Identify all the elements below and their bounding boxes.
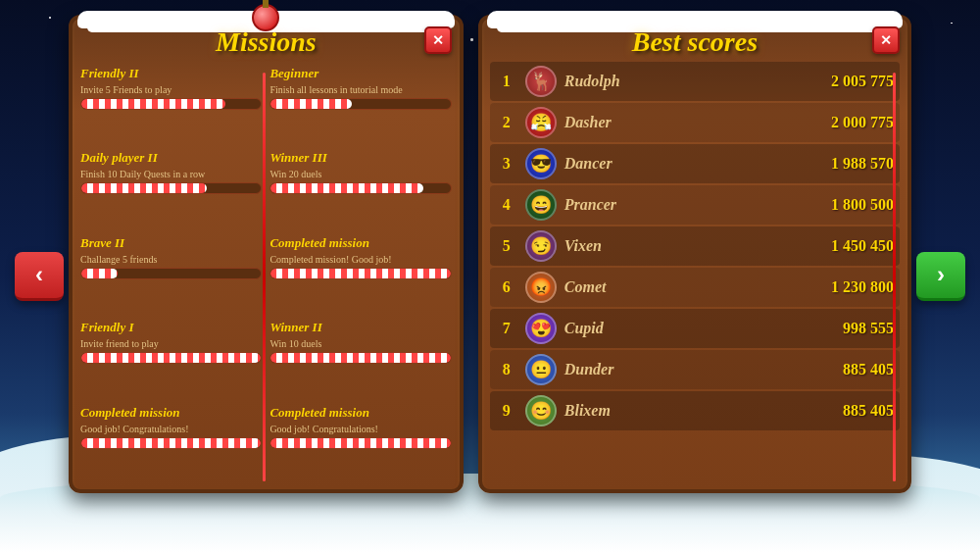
score-rank: 4 (496, 196, 517, 214)
scores-title: Best scores (632, 26, 758, 57)
score-name: Comet (564, 278, 831, 296)
missions-divider-line (263, 73, 266, 481)
score-avatar: 😏 (525, 230, 557, 262)
score-value: 885 405 (843, 361, 894, 378)
score-name: Blixem (564, 402, 843, 420)
missions-content: Friendly IIInvite 5 Friends to playBegin… (73, 62, 460, 489)
score-value: 1 450 450 (831, 237, 894, 255)
mission-item: Completed missionGood job! Congratulatio… (270, 405, 451, 481)
mission-description: Finish all lessons in tutorial mode (270, 83, 451, 96)
score-avatar: 🦌 (525, 66, 557, 97)
mission-title: Completed mission (80, 405, 262, 421)
score-name: Dunder (564, 361, 843, 378)
score-value: 998 555 (843, 320, 894, 337)
mission-item: Brave IIChallange 5 friends (80, 235, 262, 312)
score-list: 1🦌Rudolph2 005 7752😤Dasher2 000 7753😎Dan… (482, 62, 907, 489)
mission-progress-fill (270, 353, 450, 363)
mission-title: Friendly I (80, 320, 262, 335)
mission-description: Finish 10 Daily Quests in a row (80, 168, 262, 180)
mission-progress-fill (81, 353, 261, 363)
mission-description: Invite 5 Friends to play (80, 83, 262, 96)
star (951, 23, 953, 25)
score-rank: 7 (496, 320, 517, 337)
mission-progress-fill (270, 99, 352, 109)
score-row: 6😡Comet1 230 800 (490, 268, 900, 307)
missions-grid: Friendly IIInvite 5 Friends to playBegin… (80, 66, 452, 481)
mission-item: BeginnerFinish all lessons in tutorial m… (270, 66, 451, 142)
score-value: 1 988 570 (831, 155, 894, 173)
score-row: 8😐Dunder885 405 (490, 350, 900, 389)
scores-divider-line (893, 73, 896, 481)
mission-item: Winner IIIWin 20 duels (270, 150, 451, 226)
score-rank: 6 (496, 278, 517, 296)
score-avatar: 😊 (525, 395, 557, 427)
mission-progress-fill (81, 183, 207, 193)
mission-title: Beginner (270, 66, 451, 81)
mission-item: Friendly IInvite friend to play (80, 320, 262, 396)
mission-title: Friendly II (80, 66, 262, 81)
missions-close-button[interactable]: ✕ (424, 26, 452, 54)
mission-title: Completed mission (270, 235, 451, 251)
scores-title-area: Best scores (482, 19, 907, 62)
score-name: Rudolph (564, 73, 831, 90)
mission-progress-bar (80, 352, 262, 364)
score-avatar: 😤 (525, 107, 557, 138)
mission-description: Completed mission! Good job! (270, 253, 451, 266)
close-icon: ✕ (880, 32, 892, 48)
score-name: Dancer (564, 155, 831, 173)
mission-title: Completed mission (270, 405, 451, 421)
chevron-right-icon: › (937, 261, 945, 288)
star (49, 17, 51, 19)
mission-description: Challange 5 friends (80, 253, 262, 266)
score-row: 2😤Dasher2 000 775 (490, 103, 900, 142)
mission-description: Invite friend to play (80, 337, 262, 350)
close-icon: ✕ (432, 32, 444, 48)
score-rank: 5 (496, 237, 517, 255)
mission-item: Completed missionCompleted mission! Good… (270, 235, 451, 312)
score-name: Vixen (564, 237, 831, 255)
score-avatar: 😡 (525, 272, 557, 303)
mission-title: Winner III (270, 150, 451, 166)
mission-progress-bar (80, 182, 262, 194)
mission-progress-bar (270, 98, 451, 110)
scores-panel: Best scores ✕ 1🦌Rudolph2 005 7752😤Dasher… (478, 15, 911, 493)
score-value: 1 230 800 (831, 278, 894, 296)
mission-progress-fill (81, 438, 261, 448)
score-avatar: 😄 (525, 189, 557, 221)
score-rank: 1 (496, 73, 517, 90)
chevron-left-icon: ‹ (35, 261, 43, 288)
score-row: 3😎Dancer1 988 570 (490, 144, 900, 183)
mission-progress-fill (270, 438, 450, 448)
score-avatar: 😎 (525, 148, 557, 179)
score-rank: 8 (496, 361, 517, 378)
score-value: 885 405 (843, 402, 894, 420)
panels-container: Missions ✕ Friendly IIInvite 5 Friends t… (69, 15, 911, 493)
score-row: 4😄Prancer1 800 500 (490, 185, 900, 225)
nav-prev-button[interactable]: ‹ (15, 252, 64, 301)
score-rank: 2 (496, 114, 517, 131)
mission-progress-fill (270, 183, 423, 193)
score-row: 7😍Cupid998 555 (490, 309, 900, 348)
score-name: Dasher (564, 114, 831, 131)
score-avatar: 😍 (525, 313, 557, 344)
mission-description: Good job! Congratulations! (270, 423, 451, 435)
score-avatar: 😐 (525, 354, 557, 385)
mission-item: Friendly IIInvite 5 Friends to play (80, 66, 262, 142)
score-rank: 9 (496, 402, 517, 420)
score-rank: 3 (496, 155, 517, 173)
mission-item: Daily player IIFinish 10 Daily Quests in… (80, 150, 262, 226)
score-name: Cupid (564, 320, 843, 337)
score-row: 5😏Vixen1 450 450 (490, 226, 900, 266)
mission-description: Good job! Congratulations! (80, 423, 262, 435)
mission-title: Brave II (80, 235, 262, 251)
score-name: Prancer (564, 196, 831, 214)
nav-next-button[interactable]: › (916, 252, 965, 301)
mission-item: Completed missionGood job! Congratulatio… (80, 405, 262, 481)
mission-progress-bar (270, 352, 451, 364)
scores-close-button[interactable]: ✕ (872, 26, 900, 54)
score-row: 1🦌Rudolph2 005 775 (490, 62, 900, 101)
mission-progress-bar (270, 437, 451, 449)
mission-description: Win 10 duels (270, 337, 451, 350)
score-row: 9😊Blixem885 405 (490, 391, 900, 430)
mission-progress-bar (80, 98, 262, 110)
